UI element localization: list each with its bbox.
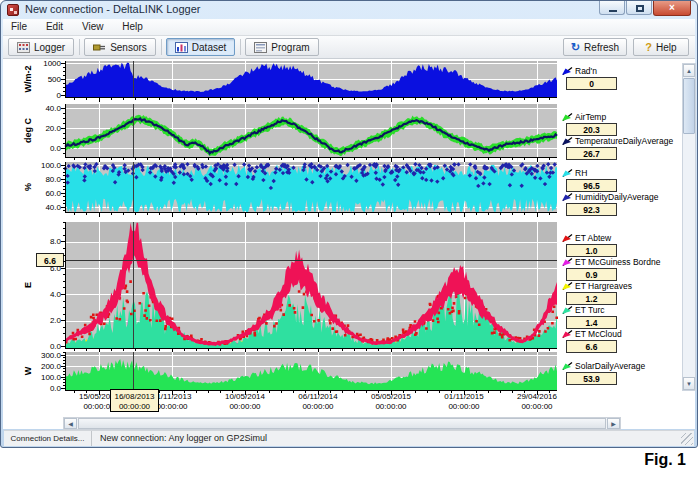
dataset-button-label: Dataset (192, 42, 226, 53)
help-button-label: Help (656, 42, 677, 53)
program-button-label: Program (271, 42, 309, 53)
menu-bar: File Edit View Help (3, 19, 695, 36)
help-button[interactable]: ? Help (633, 38, 689, 56)
menu-help[interactable]: Help (114, 19, 151, 35)
logger-icon (17, 42, 30, 53)
logger-button[interactable]: Logger (8, 38, 74, 56)
minimize-button[interactable] (599, 1, 625, 15)
figure-caption: Fig. 1 (644, 451, 686, 469)
dataset-icon (175, 42, 188, 53)
close-button[interactable]: × (653, 1, 691, 16)
menu-edit[interactable]: Edit (38, 19, 71, 35)
status-bar: Connection Details... New connection: An… (4, 430, 694, 446)
vertical-scroll-thumb[interactable] (683, 78, 695, 134)
sensors-button[interactable]: Sensors (84, 38, 156, 56)
horizontal-scroll-thumb[interactable] (78, 418, 606, 429)
refresh-button[interactable]: ↻ Refresh (563, 38, 627, 56)
maximize-button[interactable] (626, 1, 652, 15)
maximize-icon (636, 5, 644, 12)
sensors-button-label: Sensors (110, 42, 147, 53)
connection-details-button[interactable]: Connection Details... (4, 431, 92, 446)
toolbar: Logger Sensors Dataset Program ↻ Refresh (3, 36, 695, 59)
dataset-button[interactable]: Dataset (166, 38, 235, 56)
refresh-button-label: Refresh (584, 42, 619, 53)
menu-view[interactable]: View (74, 19, 112, 35)
program-button[interactable]: Program (245, 38, 318, 56)
app-icon (7, 4, 19, 16)
window-title: New connection - DeltaLINK Logger (25, 3, 200, 15)
horizontal-scrollbar[interactable]: ◀ ▶ (63, 417, 621, 430)
charts-client-area (3, 59, 695, 429)
toolbar-separator (79, 39, 80, 55)
menu-file[interactable]: File (3, 19, 35, 35)
help-icon: ? (645, 42, 652, 52)
resize-grip-icon[interactable] (681, 433, 693, 445)
program-icon (254, 42, 267, 53)
vertical-scrollbar[interactable]: ▲ ▼ (682, 63, 696, 391)
scroll-right-button[interactable]: ▶ (607, 418, 620, 429)
scroll-left-button[interactable]: ◀ (64, 418, 77, 429)
scroll-down-button[interactable]: ▼ (683, 377, 695, 390)
toolbar-separator (240, 39, 241, 55)
logger-button-label: Logger (34, 42, 65, 53)
app-window: New connection - DeltaLINK Logger × File… (0, 0, 698, 448)
sensors-icon (93, 42, 106, 53)
title-bar[interactable]: New connection - DeltaLINK Logger × (1, 1, 697, 19)
status-message: New connection: Any logger on GP2Simul (100, 431, 267, 446)
scroll-up-button[interactable]: ▲ (683, 64, 695, 77)
toolbar-separator (161, 39, 162, 55)
refresh-icon: ↻ (571, 42, 580, 52)
minimize-icon (609, 10, 617, 12)
